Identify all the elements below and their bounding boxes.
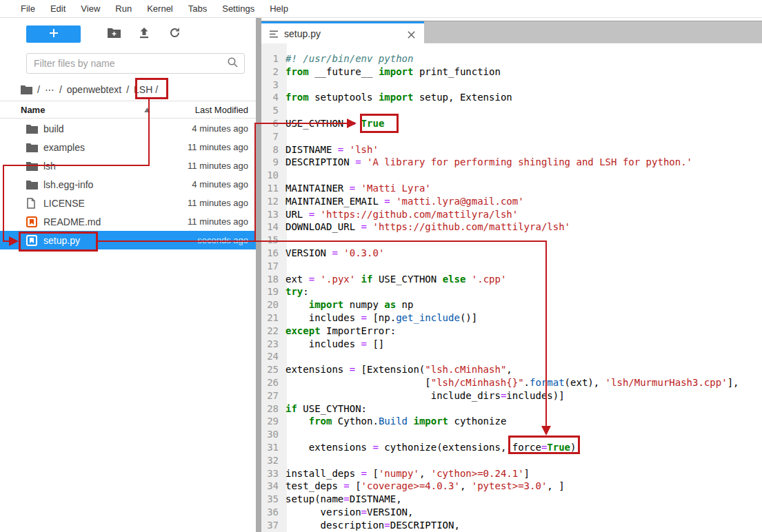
line-number: 26: [261, 376, 283, 389]
code-line[interactable]: 14DOWNLOAD_URL = 'https://github.com/mat…: [261, 221, 762, 234]
menu-item-kernel[interactable]: Kernel: [139, 0, 181, 17]
code-line[interactable]: 2from __future__ import print_function: [261, 65, 762, 79]
breadcrumb-item[interactable]: LSH /: [134, 84, 158, 95]
line-number: 12: [261, 195, 283, 208]
file-name: README.md: [43, 216, 101, 227]
file-row-lsh[interactable]: lsh11 minutes ago: [0, 156, 256, 175]
menu-item-file[interactable]: File: [13, 0, 43, 17]
code-line[interactable]: 6USE_CYTHON = True: [261, 117, 762, 130]
file-browser-toolbar: [0, 21, 256, 46]
line-number: 11: [261, 182, 283, 195]
markdown-file-icon: [26, 216, 39, 227]
tab-setup-py[interactable]: setup.py: [261, 21, 424, 44]
code-text: [283, 260, 285, 273]
column-header-name[interactable]: Name: [21, 105, 45, 115]
code-line[interactable]: 15: [261, 234, 762, 247]
code-line[interactable]: 35setup(name=DISTNAME,: [261, 493, 762, 506]
close-icon[interactable]: [405, 28, 417, 41]
code-line[interactable]: 28if USE_CYTHON:: [261, 402, 762, 416]
file-icon: [26, 198, 39, 209]
new-folder-button[interactable]: [99, 25, 129, 43]
code-line[interactable]: 10: [261, 169, 762, 182]
code-line[interactable]: 1#! /usr/bin/env python: [261, 52, 762, 65]
file-row-readme-md[interactable]: README.md11 minutes ago: [0, 212, 256, 231]
code-line[interactable]: 33install_deps = ['numpy', 'cython>=0.24…: [261, 467, 762, 480]
line-number: 33: [261, 467, 283, 480]
line-number: 21: [261, 311, 283, 325]
breadcrumb-separator: /: [37, 84, 40, 95]
file-row-setup-py[interactable]: setup.pyseconds ago: [0, 231, 256, 249]
code-line[interactable]: 23 includes = []: [261, 338, 762, 351]
code-line[interactable]: 27 include_dirs=includes)]: [261, 389, 762, 402]
code-text: DOWNLOAD_URL = 'https://github.com/matti…: [283, 221, 570, 234]
code-text: include_dirs=includes)]: [283, 389, 565, 402]
menu-item-view[interactable]: View: [73, 0, 108, 17]
code-line[interactable]: 19try:: [261, 285, 762, 298]
menu-item-run[interactable]: Run: [108, 0, 139, 17]
code-line[interactable]: 17: [261, 260, 762, 273]
new-folder-icon: [108, 28, 121, 40]
code-line[interactable]: 21 includes = [np.get_include()]: [261, 311, 762, 325]
line-number: 29: [261, 415, 283, 428]
code-line[interactable]: 32: [261, 454, 762, 467]
code-line[interactable]: 20 import numpy as np: [261, 298, 762, 311]
code-line[interactable]: 26 ["lsh/cMinhash{}".format(ext), 'lsh/M…: [261, 376, 762, 389]
breadcrumb: /⋯/openwebtext/LSH /: [21, 79, 158, 101]
line-number: 23: [261, 338, 283, 351]
code-lines: 1#! /usr/bin/env python2from __future__ …: [261, 52, 762, 531]
code-text: from Cython.Build import cythonize: [283, 415, 506, 428]
tab-bar: setup.py: [261, 21, 762, 43]
code-line[interactable]: 11MAINTAINER = 'Matti Lyra': [261, 182, 762, 195]
code-line[interactable]: 24: [261, 350, 762, 363]
code-line[interactable]: 36 version=VERSION,: [261, 506, 762, 519]
column-header-last-modified[interactable]: Last Modified: [195, 105, 248, 115]
new-launcher-button[interactable]: [26, 25, 81, 43]
breadcrumb-item[interactable]: ⋯: [45, 84, 54, 95]
upload-button[interactable]: [129, 25, 159, 43]
code-line[interactable]: 37 description=DESCRIPTION,: [261, 519, 762, 532]
folder-icon: [26, 161, 39, 171]
code-line[interactable]: 16VERSION = '0.3.0': [261, 247, 762, 260]
line-number: 1: [261, 52, 283, 65]
code-editor[interactable]: 1#! /usr/bin/env python2from __future__ …: [261, 43, 762, 532]
refresh-button[interactable]: [159, 25, 190, 43]
menu-item-tabs[interactable]: Tabs: [181, 0, 214, 17]
code-line[interactable]: 34test_deps = ['coverage>=4.0.3', 'pytes…: [261, 480, 762, 493]
file-row-build[interactable]: build4 minutes ago: [0, 119, 256, 138]
menu-item-help[interactable]: Help: [262, 0, 296, 17]
code-text: ext = '.pyx' if USE_CYTHON else '.cpp': [283, 273, 506, 286]
code-line[interactable]: 25extensions = [Extension("lsh.cMinhash"…: [261, 363, 762, 376]
line-number: 13: [261, 208, 283, 221]
code-line[interactable]: 29 from Cython.Build import cythonize: [261, 415, 762, 428]
line-number: 8: [261, 143, 283, 156]
file-row-lsh-egg-info[interactable]: lsh.egg-info4 minutes ago: [0, 175, 256, 194]
code-line[interactable]: 8DISTNAME = 'lsh': [261, 143, 762, 156]
file-row-license[interactable]: LICENSE11 minutes ago: [0, 194, 256, 212]
file-row-examples[interactable]: examples11 minutes ago: [0, 138, 256, 156]
filter-files-box: [26, 53, 245, 74]
code-line[interactable]: 13URL = 'https://github.com/mattilyra/ls…: [261, 208, 762, 221]
menu-item-settings[interactable]: Settings: [214, 0, 262, 17]
code-line[interactable]: 9DESCRIPTION = 'A library for performing…: [261, 156, 762, 169]
filter-files-input[interactable]: [34, 58, 227, 69]
code-line[interactable]: 22except ImportError:: [261, 325, 762, 338]
code-line[interactable]: 18ext = '.pyx' if USE_CYTHON else '.cpp': [261, 273, 762, 286]
code-line[interactable]: 31 extensions = cythonize(extensions, fo…: [261, 441, 762, 454]
line-number: 27: [261, 389, 283, 402]
sort-ascending-icon[interactable]: [144, 108, 150, 112]
code-line[interactable]: 3: [261, 79, 762, 92]
breadcrumb-item[interactable]: openwebtext: [67, 84, 121, 95]
panel-splitter-handle[interactable]: [256, 18, 261, 532]
code-line[interactable]: 7: [261, 130, 762, 143]
code-line[interactable]: 4from setuptools import setup, Extension: [261, 91, 762, 104]
line-number: 2: [261, 65, 283, 79]
code-line[interactable]: 12MAINTAINER_EMAIL = 'matti.lyra@gmail.c…: [261, 195, 762, 208]
code-line[interactable]: 30: [261, 428, 762, 441]
code-text: [283, 234, 285, 247]
code-line[interactable]: 5: [261, 104, 762, 117]
menu-item-edit[interactable]: Edit: [43, 0, 73, 17]
code-text: extensions = [Extension("lsh.cMinhash",: [283, 363, 512, 376]
folder-icon[interactable]: [21, 85, 32, 94]
search-icon: [227, 57, 239, 71]
file-name: examples: [43, 142, 85, 153]
